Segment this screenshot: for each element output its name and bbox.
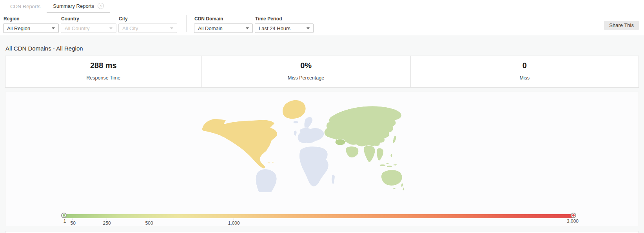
response-time-value: 288 ms <box>5 61 201 70</box>
cdn-domain-label: CDN Domain <box>194 16 253 22</box>
miss-percentage-value: 0% <box>202 61 410 70</box>
map-region-middle-east[interactable] <box>346 146 359 158</box>
tab-bar: CDN Reports Summary Reports × <box>0 0 644 13</box>
legend-tick-label: 3,000 <box>567 219 579 224</box>
share-this-button[interactable]: Share This <box>604 21 639 30</box>
map-region-africa[interactable] <box>299 146 328 187</box>
map-region-greenland[interactable] <box>283 100 306 119</box>
legend-tick-label: 500 <box>145 219 153 226</box>
tab-summary-reports-label: Summary Reports <box>53 3 94 9</box>
legend-handle-max[interactable] <box>571 213 576 218</box>
tab-close-icon[interactable]: × <box>98 3 104 9</box>
chevron-down-icon <box>52 27 55 29</box>
cdn-domain-value: All Domain <box>198 25 223 31</box>
map-region-southeast-asia[interactable] <box>377 148 384 161</box>
map-region-india[interactable] <box>364 146 375 162</box>
miss-value: 0 <box>411 61 639 70</box>
tab-summary-reports[interactable]: Summary Reports × <box>47 0 110 13</box>
filter-cdn-domain: CDN Domain All Domain <box>194 16 253 33</box>
world-map[interactable] <box>198 94 406 192</box>
filter-country: Country All Country <box>61 16 116 33</box>
chevron-down-icon <box>246 27 249 29</box>
miss-percentage-label: Miss Percentage <box>202 75 410 81</box>
filter-time-period: Time Period Last 24 Hours <box>255 16 314 33</box>
country-value: All Country <box>65 25 90 31</box>
legend-ticks: 1502505001,0003,000 <box>65 219 573 227</box>
cdn-domain-dropdown[interactable]: All Domain <box>194 23 253 33</box>
tab-cdn-reports[interactable]: CDN Reports <box>4 0 47 13</box>
filter-region: Region All Region <box>3 16 59 33</box>
map-region-australia[interactable] <box>381 170 402 186</box>
legend-handle-min[interactable] <box>61 213 67 218</box>
chevron-down-icon <box>109 27 112 29</box>
country-dropdown: All Country <box>61 23 116 33</box>
region-value: All Region <box>7 25 30 31</box>
map-region-north-america[interactable] <box>202 119 278 168</box>
chevron-down-icon <box>307 27 310 29</box>
main-content: All CDN Domains - All Region 288 ms Resp… <box>5 45 639 226</box>
legend-tick-label: 1 <box>63 219 66 224</box>
map-region-caribbean[interactable] <box>268 162 274 164</box>
legend-tick-label: 1,000 <box>228 219 240 226</box>
map-legend: 1502505001,0003,000 <box>65 214 573 227</box>
legend-tick-label: 50 <box>70 219 75 226</box>
city-label: City <box>119 16 177 22</box>
page-title: All CDN Domains - All Region <box>5 45 639 52</box>
world-map-panel: 1502505001,0003,000 <box>5 92 639 226</box>
miss-label: Miss <box>411 75 639 81</box>
country-label: Country <box>61 16 116 22</box>
map-region-europe[interactable] <box>298 128 324 143</box>
kpi-miss-percentage: 0% Miss Percentage <box>202 56 411 87</box>
kpi-miss: 0 Miss <box>411 56 639 87</box>
filter-city: City All City <box>118 16 177 33</box>
map-region-madagascar[interactable] <box>332 175 335 184</box>
kpi-response-time: 288 ms Response Time <box>5 56 202 87</box>
city-value: All City <box>122 25 138 31</box>
city-dropdown: All City <box>118 23 177 33</box>
region-label: Region <box>4 16 59 22</box>
map-region-iceland[interactable] <box>293 121 298 124</box>
map-region-japan[interactable] <box>393 135 396 143</box>
legend-tick-label: 250 <box>103 219 111 226</box>
kpi-summary-card: 288 ms Response Time 0% Miss Percentage … <box>5 56 639 88</box>
map-region-south-america[interactable] <box>256 169 277 192</box>
region-dropdown[interactable]: All Region <box>3 23 59 33</box>
time-period-value: Last 24 Hours <box>259 25 290 31</box>
filter-toolbar: Region All Region Country All Country Ci… <box>0 13 644 35</box>
tab-cdn-reports-label: CDN Reports <box>10 4 40 9</box>
next-section-edge <box>5 231 639 233</box>
response-time-label: Response Time <box>5 75 201 81</box>
time-period-label: Time Period <box>255 16 314 22</box>
map-region-iran[interactable] <box>335 139 345 145</box>
time-period-dropdown[interactable]: Last 24 Hours <box>255 23 314 33</box>
map-region-uk[interactable] <box>294 130 297 136</box>
filter-divider <box>186 15 187 32</box>
legend-gradient-bar[interactable] <box>65 214 573 218</box>
chevron-down-icon <box>170 27 173 29</box>
